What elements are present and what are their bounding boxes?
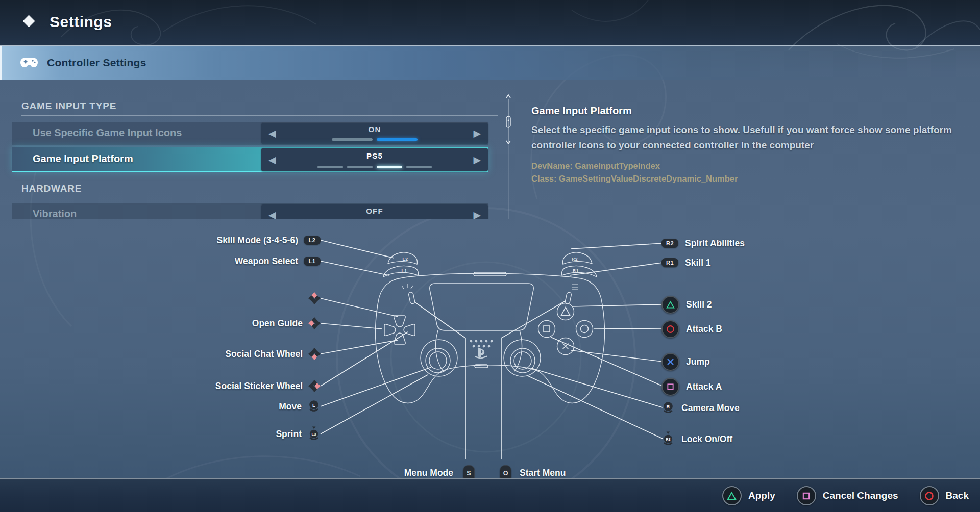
svg-text:R1: R1 [573,268,579,273]
map-row-attack-b: Attack B [662,321,722,337]
left-stick-well [421,340,457,376]
map-row-skill-1: R1 Skill 1 [662,254,711,271]
setting-label: Vibration [33,208,77,219]
circle-button [576,321,593,338]
circle-button-icon [920,486,939,505]
dpad-up-icon [308,292,321,304]
speaker-dots [470,340,493,348]
right-stick-icon: R [662,401,675,415]
segment [332,138,373,141]
cross-button [557,338,574,355]
cross-button-icon [662,353,679,371]
info-description: Select the specific game input icons to … [531,122,968,152]
segment-active [377,138,418,141]
selector-use-specific-icons[interactable]: ◀ ON ▶ [261,122,488,144]
square-button-icon [662,378,679,396]
back-button[interactable]: Back [920,486,969,505]
footer-bar: Apply Cancel Changes Back [0,478,980,512]
section-hardware: HARDWARE [21,183,82,194]
map-row-lock-on-off: R3 Lock On/Off [662,431,732,447]
dpad-left-icon [308,317,321,329]
selector-game-input-platform[interactable]: ◀ PS5 ▶ [261,148,488,171]
arrow-right-icon[interactable]: ▶ [473,148,481,171]
map-row-camera-move: R Camera Move [662,400,740,416]
map-row-jump: Jump [662,353,710,370]
segment [347,166,373,168]
selector-vibration[interactable]: ◀ OFF ▶ [261,204,488,219]
segment [317,166,343,168]
selector-value: ON [261,125,488,134]
section-rule [21,198,498,198]
dpad-left [384,324,396,336]
triangle-button [557,303,574,320]
settings-scrollbar[interactable] [504,92,512,220]
mic-slot [474,272,506,276]
svg-text:L: L [312,402,315,408]
left-bumper [383,266,418,277]
segment [406,166,432,168]
triangle-button-icon [722,486,742,505]
arrow-right-icon[interactable]: ▶ [473,204,481,219]
cancel-changes-button[interactable]: Cancel Changes [797,486,898,505]
map-row-spirit-abilities: R2 Spirit Abilities [662,235,745,251]
info-title: Game Input Platform [531,105,632,117]
left-trigger [388,252,417,264]
selector-value: PS5 [261,151,488,160]
right-trigger [563,252,592,264]
map-row-skill-2: Skill 2 [662,296,712,313]
apply-button[interactable]: Apply [722,486,775,505]
dpad-right [404,324,415,336]
map-row-social-chat-wheel: Social Chat Wheel [0,346,321,362]
svg-text:L3: L3 [312,432,316,437]
r3-button-icon: R3 [662,431,675,447]
map-row-social-sticker-wheel: Social Sticker Wheel [0,378,321,394]
svg-text:R2: R2 [572,257,578,262]
square-button-icon [797,486,816,505]
dpad-up [394,316,406,327]
svg-text:R: R [667,404,670,409]
map-row-move: Move L [0,398,321,415]
section-game-input-type: GAME INPUT TYPE [21,100,116,112]
section-rule [21,115,498,116]
triangle-button-icon [662,296,679,314]
dpad-right-icon [308,380,321,392]
setting-label: Use Specific Game Input Icons [33,127,182,139]
info-classname: Class: GameSettingValueDiscreteDynamic_N… [531,174,738,184]
option-segments [261,166,488,168]
selector-value: OFF [261,207,488,215]
mute-button [475,365,488,368]
map-row-weapon-select: Weapon Select L1 [0,253,321,269]
arrow-right-icon[interactable]: ▶ [473,122,481,144]
scroll-up-icon[interactable] [506,95,510,98]
svg-text:L2: L2 [403,257,408,262]
left-stick-icon: L [307,399,321,414]
settings-screen: Settings Controller Settings GAM [0,0,980,512]
r2-button-icon: R2 [662,239,678,248]
map-row-sprint: Sprint L3 [0,426,321,442]
right-stick [510,348,535,373]
create-button [408,292,415,304]
svg-text:L1: L1 [402,268,407,273]
map-row-dpad-up [0,290,321,306]
touchpad [430,284,534,330]
svg-text:R3: R3 [666,437,671,442]
map-row-skill-mode: Skill Mode (3-4-5-6) L2 [0,232,321,248]
option-segments [261,138,488,141]
right-bumper [562,266,597,277]
setting-label: Game Input Platform [33,153,133,165]
settings-list: GAME INPUT TYPE Use Specific Game Input … [0,0,520,219]
callout-lines [321,240,663,459]
map-row-open-guide: Open Guide [0,315,321,331]
l2-button-icon: L2 [304,236,321,245]
ps-logo [475,348,487,359]
l1-button-icon: L1 [304,257,321,266]
dualsense-outline: L2 L1 R2 R1 [376,252,605,403]
circle-button-icon [662,320,679,338]
left-stick [426,348,450,373]
right-stick-well [504,340,541,376]
square-button [538,321,555,338]
l3-button-icon: L3 [307,426,321,442]
options-button [565,292,572,304]
info-devname: DevName: GameInputTypeIndex [531,161,660,171]
segment-active [377,166,402,168]
